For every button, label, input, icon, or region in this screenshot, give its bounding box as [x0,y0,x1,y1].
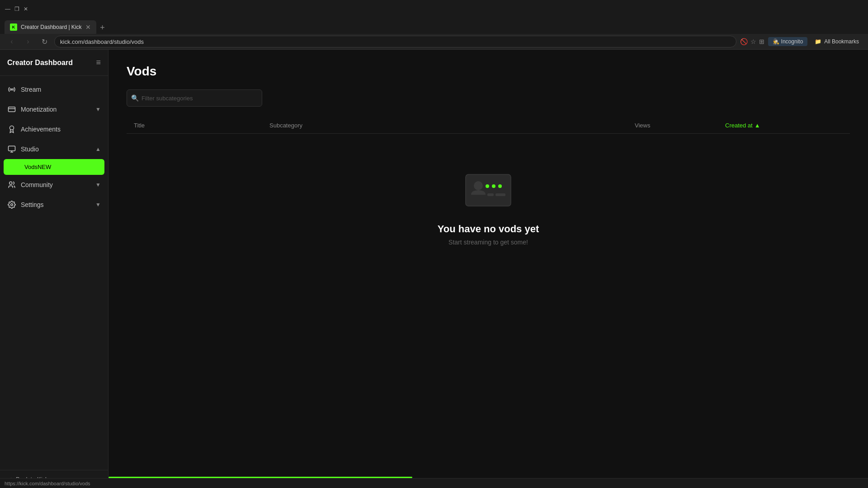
empty-state: You have no vods yet Start streaming to … [127,134,850,282]
status-bar: https://kick.com/dashboard/studio/vods [0,478,868,488]
settings-icon [7,200,16,209]
minimize-button[interactable]: — [5,6,11,12]
empty-state-subtitle: Start streaming to get some! [448,239,528,246]
svg-point-12 [492,184,495,188]
tab-bar: K Creator Dashboard | Kick ✕ + [0,18,868,34]
studio-icon [7,145,16,154]
address-bar[interactable]: kick.com/dashboard/studio/vods [54,36,736,47]
split-view-icon[interactable]: ⊞ [759,38,764,45]
incognito-icon: 🕵 [773,38,779,45]
svg-point-7 [9,182,12,184]
svg-rect-9 [466,174,511,206]
page-title: Vods [127,64,850,79]
svg-point-13 [498,184,502,188]
svg-rect-1 [9,107,15,112]
monetization-label: Monetization [21,106,91,113]
svg-point-11 [486,184,489,188]
sidebar-toggle-button[interactable]: ≡ [96,58,101,67]
sidebar-item-settings[interactable]: Settings ▼ [0,195,108,215]
main-content: Vods 🔍 Title Subcategory Views Created a… [108,50,868,488]
forward-button[interactable]: › [22,35,34,48]
sort-arrow-icon: ▲ [755,122,760,129]
achievements-label: Achievements [21,126,101,133]
maximize-button[interactable]: ❐ [14,6,20,12]
col-title: Title [134,122,269,129]
table-header: Title Subcategory Views Created at ▲ [127,117,850,134]
filter-input[interactable] [127,89,262,107]
vods-new-badge: NEW [38,164,51,170]
bookmarks-area: 📁 All Bookmarks [811,38,863,45]
col-created-at[interactable]: Created at ▲ [725,122,843,129]
stream-icon [7,85,16,94]
sidebar-item-studio[interactable]: Studio ▲ [0,139,108,159]
svg-rect-14 [487,193,494,196]
progress-bar-fill [108,477,412,478]
sidebar-item-vods[interactable]: Vods NEW [4,159,104,175]
filter-input-wrap: 🔍 [127,89,262,107]
sidebar-header: Creator Dashboard ≡ [0,50,108,76]
sidebar: Creator Dashboard ≡ Stream [0,50,108,488]
refresh-button[interactable]: ↻ [38,35,51,48]
incognito-button[interactable]: 🕵 Incognito [768,37,808,46]
close-button[interactable]: ✕ [23,6,29,12]
incognito-label: Incognito [781,38,803,45]
svg-point-0 [11,89,13,90]
studio-chevron: ▲ [95,146,101,152]
nav-bar: ‹ › ↻ kick.com/dashboard/studio/vods 🚫 ☆… [0,34,868,49]
browser-chrome: — ❐ ✕ K Creator Dashboard | Kick ✕ + ‹ ›… [0,0,868,50]
settings-chevron: ▼ [95,202,101,208]
sidebar-item-monetization[interactable]: Monetization ▼ [0,99,108,119]
progress-bar [108,477,868,478]
empty-icon [461,170,515,212]
camera-off-icon: 🚫 [740,38,748,45]
monetization-chevron: ▼ [95,106,101,113]
filter-bar: 🔍 [127,89,850,107]
col-subcategory: Subcategory [269,122,635,129]
sidebar-nav: Stream Monetization ▼ [0,76,108,470]
empty-state-title: You have no vods yet [438,223,539,235]
app-layout: Creator Dashboard ≡ Stream [0,50,868,488]
active-tab[interactable]: K Creator Dashboard | Kick ✕ [5,20,96,34]
stream-label: Stream [21,86,101,93]
close-tab-button[interactable]: ✕ [85,23,91,31]
bookmark-icon[interactable]: ☆ [750,38,756,45]
monetization-icon [7,105,16,114]
svg-rect-4 [9,146,15,151]
bookmarks-icon: 📁 [815,38,821,45]
address-bar-icons: 🚫 ☆ ⊞ [740,38,764,45]
svg-point-8 [11,204,13,206]
bookmarks-label: All Bookmarks [824,38,859,45]
kick-favicon: K [10,23,17,31]
community-icon [7,180,16,189]
svg-rect-15 [495,193,505,196]
new-tab-button[interactable]: + [96,21,109,34]
sidebar-item-stream[interactable]: Stream [0,80,108,99]
settings-label: Settings [21,201,91,208]
studio-label: Studio [21,145,91,153]
sidebar-item-community[interactable]: Community ▼ [0,175,108,195]
title-bar-left: — ❐ ✕ [5,6,863,12]
svg-point-10 [474,181,483,190]
vods-label: Vods [24,164,38,170]
achievements-icon [7,125,16,134]
back-button[interactable]: ‹ [5,35,18,48]
svg-point-3 [10,126,14,130]
community-chevron: ▼ [95,182,101,188]
col-views: Views [635,122,725,129]
community-label: Community [21,181,91,188]
status-url: https://kick.com/dashboard/studio/vods [5,481,90,486]
created-at-label: Created at [725,122,753,129]
search-icon: 🔍 [131,94,139,102]
sidebar-title: Creator Dashboard [7,59,73,67]
sidebar-item-achievements[interactable]: Achievements [0,119,108,139]
tab-title: Creator Dashboard | Kick [21,24,82,30]
window-controls: — ❐ ✕ [5,6,29,12]
title-bar: — ❐ ✕ [0,0,868,18]
url-text: kick.com/dashboard/studio/vods [60,38,144,45]
